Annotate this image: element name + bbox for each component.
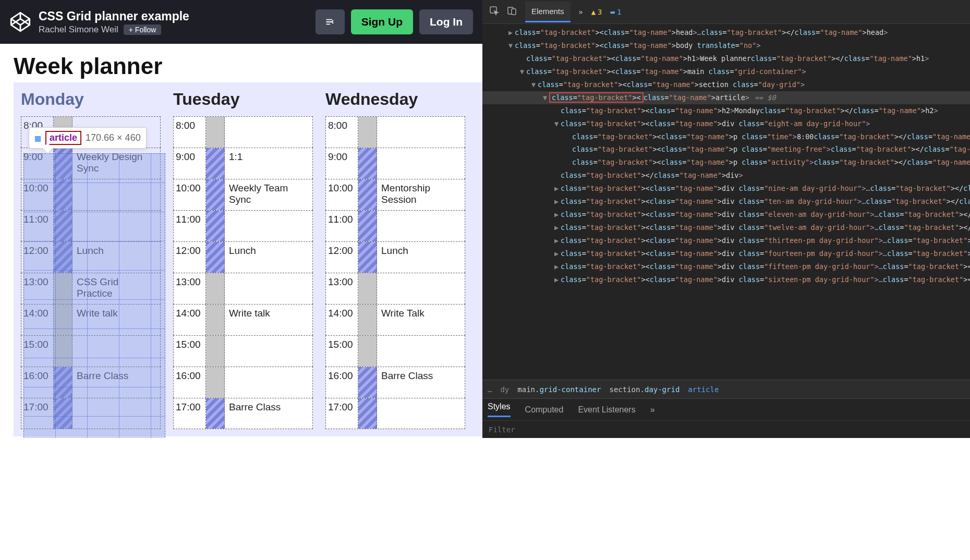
meeting-indicator [358,117,377,148]
dom-node[interactable]: ▼class="tag-bracket"><class="tag-name">m… [482,65,970,78]
meeting-indicator [358,148,377,179]
styles-filter-input[interactable] [489,425,582,434]
hour-activity: Lunch [225,242,312,273]
hour-row: 9:00Weekly Design Sync [21,148,161,179]
pen-author[interactable]: Rachel Simone Weil [39,25,118,35]
hour-row: 17:00Barre Class [173,398,313,429]
tooltip-dimensions: 170.66 × 460 [86,132,141,143]
dom-tree[interactable]: ▶class="tag-bracket"><class="tag-name">h… [482,24,970,380]
hour-activity: Barre Class [225,398,312,429]
hour-time: 13:00 [21,273,54,304]
hour-row: 14:00Write talk [21,304,161,335]
more-tabs-icon[interactable]: » [579,8,583,16]
styles-tabbar: Styles Computed Event Listeners » [482,398,970,420]
meeting-indicator [206,117,225,148]
tab-elements[interactable]: Elements [525,2,571,22]
hour-time: 17:00 [174,398,206,429]
breadcrumb-item[interactable]: main.grid-container [517,385,601,394]
hour-time: 16:00 [21,367,54,398]
hour-activity [377,273,465,304]
hour-activity [225,117,312,148]
codepen-header: CSS Grid planner example Rachel Simone W… [0,0,482,44]
hour-row: 13:00CSS Grid Practice [21,273,161,304]
hour-row: 14:00Write talk [173,304,313,335]
dom-node[interactable]: class="tag-bracket"><class="tag-name">h2… [482,104,970,117]
meeting-indicator [358,211,377,241]
hour-row: 9:00 [325,148,465,179]
hour-activity [72,398,160,429]
hour-row: 16:00Barre Class [21,367,161,398]
hour-row: 16:00Barre Class [325,367,465,398]
hour-time: 8:00 [174,117,206,148]
hour-time: 15:00 [174,336,206,367]
hour-row: 12:00Lunch [21,241,161,273]
dom-node[interactable]: ▶class="tag-bracket"><class="tag-name">d… [482,234,970,247]
breadcrumb-item-active[interactable]: article [688,385,719,394]
hour-time: 16:00 [174,367,206,398]
hour-row: 9:001:1 [173,148,313,179]
hour-row: 15:00 [325,335,465,367]
hour-time: 17:00 [326,398,358,429]
tab-computed[interactable]: Computed [525,405,564,415]
login-button[interactable]: Log In [419,9,473,34]
dom-node[interactable]: class="tag-bracket"><class="tag-name">p … [482,156,970,169]
hour-activity [377,117,465,148]
view-switcher-button[interactable] [316,9,345,34]
hour-activity: Barre Class [72,367,160,398]
dom-node[interactable]: ▼class="tag-bracket"><class="tag-name">b… [482,39,970,52]
dom-node[interactable]: ▶class="tag-bracket"><class="tag-name">h… [482,26,970,39]
dom-node[interactable]: ▶class="tag-bracket"><class="tag-name">d… [482,273,970,286]
hour-time: 8:00 [326,117,358,148]
hour-activity: Write Talk [377,305,465,335]
device-toggle-icon[interactable] [507,6,517,17]
dom-node[interactable]: class="tag-bracket"><class="tag-name">h1… [482,52,970,65]
dom-node[interactable]: ▶class="tag-bracket"><class="tag-name">d… [482,221,970,234]
hour-activity [225,211,312,241]
tab-styles[interactable]: Styles [488,402,511,417]
meeting-indicator [54,367,72,398]
dom-node[interactable]: ▼class="tag-bracket"><class="tag-name">a… [482,91,970,104]
dom-node[interactable]: class="tag-bracket"><class="tag-name">p … [482,130,970,143]
dom-node[interactable]: ▶class="tag-bracket"><class="tag-name">d… [482,195,970,208]
meeting-indicator [206,211,225,241]
meeting-indicator [206,242,225,273]
warnings-badge[interactable]: ▲ 3 [591,8,602,16]
breadcrumb-item[interactable]: section.day-grid [609,385,680,394]
meeting-indicator [54,305,72,335]
dom-node[interactable]: ▶class="tag-bracket"><class="tag-name">d… [482,247,970,260]
hour-time: 10:00 [326,179,358,210]
follow-button[interactable]: + Follow [124,25,162,35]
meeting-indicator [206,367,225,398]
hour-row: 10:00Weekly Team Sync [173,179,313,210]
meeting-indicator [54,273,72,304]
codepen-logo-icon [9,11,31,33]
planner-heading: Week planner [14,53,469,79]
dom-node[interactable]: ▼class="tag-bracket"><class="tag-name">d… [482,117,970,130]
dom-node[interactable]: class="tag-bracket"><class="tag-name">p … [482,143,970,156]
dom-node[interactable]: ▶class="tag-bracket"><class="tag-name">d… [482,208,970,221]
breadcrumb-item[interactable]: dy [500,385,509,394]
hour-activity [377,148,465,179]
dom-node[interactable]: ▶class="tag-bracket"><class="tag-name">d… [482,260,970,273]
hour-activity: CSS Grid Practice [72,273,160,304]
hour-activity: Lunch [377,242,465,273]
dom-breadcrumb[interactable]: … dy main.grid-container section.day-gri… [482,380,970,398]
inspect-element-icon[interactable] [490,6,499,17]
meeting-indicator [206,336,225,367]
more-styles-tabs-icon[interactable]: » [650,405,655,415]
dom-node[interactable]: class="tag-bracket"></class="tag-name">d… [482,169,970,182]
tab-event-listeners[interactable]: Event Listeners [578,405,635,415]
hour-activity: Lunch [72,242,160,273]
meeting-indicator [358,273,377,304]
meeting-indicator [206,398,225,429]
dom-node[interactable]: ▶class="tag-bracket"><class="tag-name">d… [482,182,970,195]
info-badge[interactable]: ▬ 1 [611,8,622,16]
hour-time: 15:00 [21,336,54,367]
meeting-indicator [54,242,72,273]
meeting-indicator [358,179,377,210]
hour-activity: Barre Class [377,367,465,398]
dom-node[interactable]: ▼class="tag-bracket"><class="tag-name">s… [482,78,970,91]
signup-button[interactable]: Sign Up [351,9,413,34]
day-column: Wednesday8:009:0010:00Mentorship Session… [325,90,465,429]
devtools-toolbar: Elements » ▲ 3 ▬ 1 ⋯ ✕ [482,0,970,24]
